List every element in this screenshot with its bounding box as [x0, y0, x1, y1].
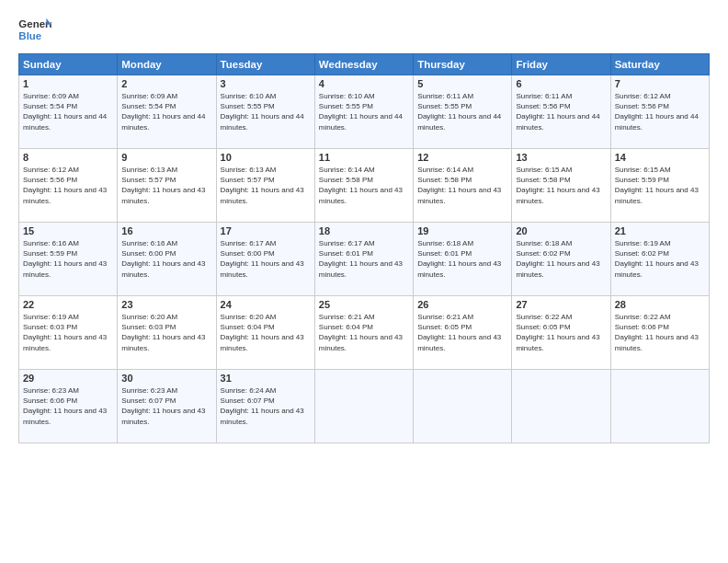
calendar-cell: 9Sunrise: 6:13 AMSunset: 5:57 PMDaylight…	[118, 149, 216, 223]
cell-text: Sunrise: 6:09 AMSunset: 5:54 PMDaylight:…	[121, 92, 205, 132]
cell-text: Sunrise: 6:17 AMSunset: 6:00 PMDaylight:…	[221, 239, 304, 279]
day-number: 24	[221, 299, 311, 310]
calendar-cell: 3Sunrise: 6:10 AMSunset: 5:55 PMDaylight…	[216, 75, 314, 149]
day-number: 27	[516, 299, 606, 310]
calendar-cell: 4Sunrise: 6:10 AMSunset: 5:55 PMDaylight…	[314, 75, 413, 149]
weekday-header: Friday	[512, 54, 610, 75]
cell-text: Sunrise: 6:10 AMSunset: 5:55 PMDaylight:…	[221, 92, 304, 132]
calendar-cell: 5Sunrise: 6:11 AMSunset: 5:55 PMDaylight…	[414, 75, 512, 149]
day-number: 23	[121, 299, 211, 310]
calendar-week-row: 22Sunrise: 6:19 AMSunset: 6:03 PMDayligh…	[19, 296, 710, 370]
calendar-cell: 7Sunrise: 6:12 AMSunset: 5:56 PMDaylight…	[610, 75, 709, 149]
cell-text: Sunrise: 6:15 AMSunset: 5:59 PMDaylight:…	[615, 166, 699, 205]
day-number: 7	[615, 78, 705, 89]
calendar-cell: 24Sunrise: 6:20 AMSunset: 6:04 PMDayligh…	[216, 296, 314, 370]
day-number: 10	[221, 152, 311, 163]
day-number: 21	[615, 225, 705, 236]
logo: General Blue	[18, 17, 51, 44]
day-number: 3	[221, 78, 311, 89]
cell-text: Sunrise: 6:20 AMSunset: 6:04 PMDaylight:…	[221, 313, 304, 352]
calendar-cell: 20Sunrise: 6:18 AMSunset: 6:02 PMDayligh…	[512, 223, 610, 296]
calendar-cell: 18Sunrise: 6:17 AMSunset: 6:01 PMDayligh…	[314, 223, 413, 296]
weekday-header: Thursday	[414, 54, 512, 75]
cell-text: Sunrise: 6:15 AMSunset: 5:58 PMDaylight:…	[516, 166, 599, 205]
day-number: 19	[417, 225, 507, 236]
day-number: 8	[23, 152, 113, 163]
day-number: 1	[23, 78, 113, 89]
day-number: 26	[417, 299, 507, 310]
calendar-cell: 8Sunrise: 6:12 AMSunset: 5:56 PMDaylight…	[19, 149, 118, 223]
day-number: 28	[615, 299, 705, 310]
calendar-cell	[414, 370, 512, 443]
cell-text: Sunrise: 6:12 AMSunset: 5:56 PMDaylight:…	[615, 92, 699, 132]
day-number: 22	[23, 299, 113, 310]
cell-text: Sunrise: 6:24 AMSunset: 6:07 PMDaylight:…	[221, 386, 304, 426]
calendar-cell: 31Sunrise: 6:24 AMSunset: 6:07 PMDayligh…	[216, 370, 314, 443]
day-number: 12	[417, 152, 507, 163]
cell-text: Sunrise: 6:19 AMSunset: 6:02 PMDaylight:…	[615, 239, 699, 279]
cell-text: Sunrise: 6:17 AMSunset: 6:01 PMDaylight:…	[319, 239, 403, 279]
header-row: SundayMondayTuesdayWednesdayThursdayFrid…	[19, 54, 710, 75]
cell-text: Sunrise: 6:14 AMSunset: 5:58 PMDaylight:…	[417, 166, 501, 205]
calendar-cell: 16Sunrise: 6:16 AMSunset: 6:00 PMDayligh…	[118, 223, 216, 296]
weekday-header: Saturday	[610, 54, 709, 75]
weekday-header: Tuesday	[216, 54, 314, 75]
day-number: 16	[121, 225, 211, 236]
day-number: 4	[319, 78, 409, 89]
cell-text: Sunrise: 6:09 AMSunset: 5:54 PMDaylight:…	[23, 92, 107, 132]
day-number: 17	[221, 225, 311, 236]
day-number: 15	[23, 225, 113, 236]
calendar-cell	[314, 370, 413, 443]
weekday-header: Monday	[118, 54, 216, 75]
page: General Blue SundayMondayTuesdayWednesda…	[0, 0, 728, 563]
calendar-cell: 21Sunrise: 6:19 AMSunset: 6:02 PMDayligh…	[610, 223, 709, 296]
calendar-week-row: 1Sunrise: 6:09 AMSunset: 5:54 PMDaylight…	[19, 75, 710, 149]
day-number: 25	[319, 299, 409, 310]
calendar-cell: 10Sunrise: 6:13 AMSunset: 5:57 PMDayligh…	[216, 149, 314, 223]
day-number: 18	[319, 225, 409, 236]
calendar-cell: 15Sunrise: 6:16 AMSunset: 5:59 PMDayligh…	[19, 223, 118, 296]
day-number: 5	[417, 78, 507, 89]
cell-text: Sunrise: 6:11 AMSunset: 5:55 PMDaylight:…	[417, 92, 501, 132]
day-number: 14	[615, 152, 705, 163]
cell-text: Sunrise: 6:20 AMSunset: 6:03 PMDaylight:…	[121, 313, 205, 352]
cell-text: Sunrise: 6:23 AMSunset: 6:06 PMDaylight:…	[23, 386, 107, 426]
cell-text: Sunrise: 6:18 AMSunset: 6:02 PMDaylight:…	[516, 239, 599, 279]
header: General Blue	[18, 17, 710, 44]
calendar-cell: 19Sunrise: 6:18 AMSunset: 6:01 PMDayligh…	[414, 223, 512, 296]
cell-text: Sunrise: 6:22 AMSunset: 6:05 PMDaylight:…	[516, 313, 599, 352]
cell-text: Sunrise: 6:21 AMSunset: 6:05 PMDaylight:…	[417, 313, 501, 352]
calendar-cell: 14Sunrise: 6:15 AMSunset: 5:59 PMDayligh…	[610, 149, 709, 223]
day-number: 29	[23, 373, 113, 384]
calendar-cell: 27Sunrise: 6:22 AMSunset: 6:05 PMDayligh…	[512, 296, 610, 370]
cell-text: Sunrise: 6:14 AMSunset: 5:58 PMDaylight:…	[319, 166, 403, 205]
calendar-cell: 25Sunrise: 6:21 AMSunset: 6:04 PMDayligh…	[314, 296, 413, 370]
cell-text: Sunrise: 6:10 AMSunset: 5:55 PMDaylight:…	[319, 92, 403, 132]
cell-text: Sunrise: 6:23 AMSunset: 6:07 PMDaylight:…	[121, 386, 205, 426]
calendar-cell	[512, 370, 610, 443]
calendar-week-row: 15Sunrise: 6:16 AMSunset: 5:59 PMDayligh…	[19, 223, 710, 296]
day-number: 31	[221, 373, 311, 384]
svg-text:Blue: Blue	[18, 30, 41, 41]
calendar-week-row: 29Sunrise: 6:23 AMSunset: 6:06 PMDayligh…	[19, 370, 710, 443]
day-number: 2	[121, 78, 211, 89]
calendar-cell: 13Sunrise: 6:15 AMSunset: 5:58 PMDayligh…	[512, 149, 610, 223]
day-number: 6	[516, 78, 606, 89]
cell-text: Sunrise: 6:22 AMSunset: 6:06 PMDaylight:…	[615, 313, 699, 352]
calendar-cell: 28Sunrise: 6:22 AMSunset: 6:06 PMDayligh…	[610, 296, 709, 370]
calendar-cell: 23Sunrise: 6:20 AMSunset: 6:03 PMDayligh…	[118, 296, 216, 370]
calendar-cell: 29Sunrise: 6:23 AMSunset: 6:06 PMDayligh…	[19, 370, 118, 443]
calendar-cell: 22Sunrise: 6:19 AMSunset: 6:03 PMDayligh…	[19, 296, 118, 370]
cell-text: Sunrise: 6:19 AMSunset: 6:03 PMDaylight:…	[23, 313, 107, 352]
calendar-cell: 17Sunrise: 6:17 AMSunset: 6:00 PMDayligh…	[216, 223, 314, 296]
cell-text: Sunrise: 6:13 AMSunset: 5:57 PMDaylight:…	[221, 166, 304, 205]
calendar-cell: 30Sunrise: 6:23 AMSunset: 6:07 PMDayligh…	[118, 370, 216, 443]
calendar-cell: 12Sunrise: 6:14 AMSunset: 5:58 PMDayligh…	[414, 149, 512, 223]
cell-text: Sunrise: 6:21 AMSunset: 6:04 PMDaylight:…	[319, 313, 403, 352]
calendar-table: SundayMondayTuesdayWednesdayThursdayFrid…	[18, 53, 710, 443]
calendar-cell: 26Sunrise: 6:21 AMSunset: 6:05 PMDayligh…	[414, 296, 512, 370]
calendar-cell: 1Sunrise: 6:09 AMSunset: 5:54 PMDaylight…	[19, 75, 118, 149]
day-number: 13	[516, 152, 606, 163]
cell-text: Sunrise: 6:12 AMSunset: 5:56 PMDaylight:…	[23, 166, 107, 205]
calendar-cell: 2Sunrise: 6:09 AMSunset: 5:54 PMDaylight…	[118, 75, 216, 149]
